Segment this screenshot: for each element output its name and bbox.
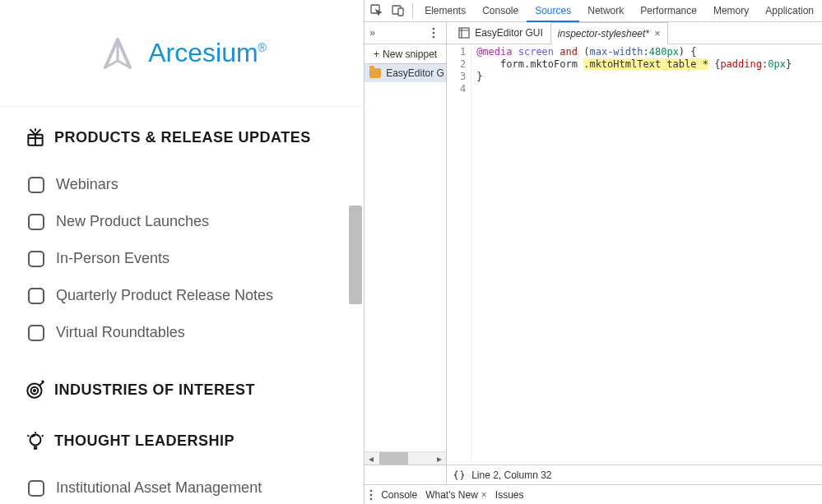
section-header: THOUGHT LEADERSHIP bbox=[25, 430, 339, 451]
editor-status-bar: Line 2, Column 32 bbox=[365, 465, 822, 484]
sources-tabbar: » EasyEditor GUI inspector-stylesheet* × bbox=[365, 22, 822, 44]
file-tab[interactable]: inspector-stylesheet* × bbox=[550, 22, 668, 44]
option-label: Virtual Roundtables bbox=[56, 324, 185, 341]
devtools-drawer: Console What's New × Issues bbox=[365, 484, 822, 504]
status-left-spacer bbox=[365, 465, 447, 484]
tab-application[interactable]: Application bbox=[757, 0, 822, 21]
section-header: PRODUCTS & RELEASE UPDATES bbox=[25, 127, 339, 148]
svg-rect-11 bbox=[459, 28, 469, 38]
code-line[interactable]: @media screen and (max-width:480px) { bbox=[476, 46, 792, 58]
option-label: In-Person Events bbox=[56, 250, 170, 267]
checkbox-icon[interactable] bbox=[28, 480, 44, 497]
svg-point-9 bbox=[433, 32, 435, 35]
sources-main: + New snippet EasyEditor G ◂ ▸ 1 2 3 4 @… bbox=[365, 44, 822, 465]
pretty-print-icon[interactable] bbox=[453, 469, 465, 481]
svg-point-10 bbox=[433, 36, 435, 39]
checkbox-icon[interactable] bbox=[28, 325, 44, 341]
tab-memory[interactable]: Memory bbox=[705, 0, 757, 21]
kebab-menu-icon[interactable] bbox=[369, 489, 373, 501]
tab-network[interactable]: Network bbox=[579, 0, 632, 21]
tab-performance[interactable]: Performance bbox=[632, 0, 705, 21]
drawer-tab-console[interactable]: Console bbox=[381, 489, 417, 501]
svg-point-14 bbox=[370, 497, 373, 500]
page-source-icon bbox=[458, 27, 470, 39]
code-line[interactable]: } bbox=[476, 71, 792, 83]
file-tab[interactable]: EasyEditor GUI bbox=[452, 22, 550, 44]
tab-elements[interactable]: Elements bbox=[416, 0, 474, 21]
new-snippet-button[interactable]: + New snippet bbox=[365, 44, 446, 64]
section-title: PRODUCTS & RELEASE UPDATES bbox=[53, 129, 313, 146]
new-snippet-label: New snippet bbox=[383, 49, 437, 60]
checkbox-option[interactable]: In-Person Events bbox=[25, 240, 339, 277]
line-gutter: 1 2 3 4 bbox=[447, 44, 471, 465]
separator bbox=[412, 3, 413, 18]
svg-point-13 bbox=[370, 493, 373, 496]
device-toggle-icon[interactable] bbox=[388, 0, 409, 21]
option-label: Institutional Asset Management bbox=[56, 479, 262, 497]
folder-icon bbox=[369, 68, 381, 78]
lightbulb-icon bbox=[25, 430, 46, 451]
open-files-tabs: EasyEditor GUI inspector-stylesheet* × bbox=[447, 22, 822, 44]
close-icon[interactable]: × bbox=[654, 27, 661, 39]
file-tree-item[interactable]: EasyEditor G bbox=[365, 64, 446, 82]
line-number: 4 bbox=[447, 83, 466, 95]
checkbox-icon[interactable] bbox=[28, 214, 44, 230]
gift-icon bbox=[25, 127, 46, 148]
file-tab-label: inspector-stylesheet* bbox=[558, 28, 649, 39]
form-body: PRODUCTS & RELEASE UPDATES Webinars New … bbox=[0, 107, 364, 504]
file-tab-label: EasyEditor GUI bbox=[475, 27, 543, 39]
checkbox-icon[interactable] bbox=[28, 288, 44, 304]
target-icon bbox=[25, 379, 46, 400]
page-panel: Arcesium® PRODUCTS & RELEASE UPDATES Web… bbox=[0, 0, 364, 504]
checkbox-icon[interactable] bbox=[28, 177, 44, 193]
brand-name: Arcesium® bbox=[148, 38, 267, 68]
section-title: INDUSTRIES OF INTEREST bbox=[53, 381, 257, 399]
checkbox-option[interactable]: New Product Launches bbox=[25, 203, 339, 240]
tab-sources[interactable]: Sources bbox=[527, 0, 579, 22]
scrollbar-thumb[interactable] bbox=[379, 452, 408, 465]
code-line[interactable]: form.mktoForm .mktoHtmlText table * {pad… bbox=[476, 58, 792, 71]
drawer-tab-whatsnew[interactable]: What's New × bbox=[425, 489, 487, 501]
section-title: THOUGHT LEADERSHIP bbox=[53, 432, 236, 450]
option-label: Quarterly Product Release Notes bbox=[56, 287, 273, 304]
svg-rect-7 bbox=[398, 8, 403, 16]
option-label: Webinars bbox=[56, 176, 118, 193]
checkbox-icon[interactable] bbox=[28, 251, 44, 267]
line-number: 3 bbox=[447, 71, 466, 83]
arcesium-logo-icon bbox=[97, 33, 138, 74]
horizontal-scrollbar[interactable]: ◂ ▸ bbox=[365, 451, 446, 465]
option-list: Institutional Asset Management bbox=[25, 469, 339, 504]
option-label: New Product Launches bbox=[56, 213, 209, 230]
line-number: 1 bbox=[447, 46, 466, 58]
line-number: 2 bbox=[447, 58, 466, 71]
svg-point-3 bbox=[34, 390, 35, 391]
svg-point-8 bbox=[433, 28, 435, 30]
more-tabs-icon[interactable]: » bbox=[366, 22, 378, 44]
cursor-position: Line 2, Column 32 bbox=[471, 469, 551, 481]
tab-console[interactable]: Console bbox=[474, 0, 527, 21]
snippets-navigator: + New snippet EasyEditor G ◂ ▸ bbox=[365, 44, 447, 465]
vertical-scrollbar-thumb[interactable] bbox=[349, 206, 362, 304]
svg-point-12 bbox=[370, 489, 373, 492]
scroll-left-icon[interactable]: ◂ bbox=[365, 452, 378, 465]
plus-icon: + bbox=[374, 49, 379, 60]
drawer-tab-issues[interactable]: Issues bbox=[495, 489, 524, 501]
devtools-toolbar: Elements Console Sources Network Perform… bbox=[365, 0, 822, 22]
checkbox-option[interactable]: Quarterly Product Release Notes bbox=[25, 277, 339, 314]
code-content[interactable]: @media screen and (max-width:480px) { fo… bbox=[471, 44, 796, 465]
brand-header: Arcesium® bbox=[0, 0, 364, 107]
navigator-header: » bbox=[365, 22, 447, 44]
option-list: Webinars New Product Launches In-Person … bbox=[25, 166, 339, 351]
code-line[interactable] bbox=[476, 83, 792, 95]
inspect-element-icon[interactable] bbox=[366, 0, 388, 21]
close-icon[interactable]: × bbox=[481, 489, 487, 501]
kebab-menu-icon[interactable] bbox=[423, 22, 444, 44]
section-header: INDUSTRIES OF INTEREST bbox=[25, 379, 339, 400]
checkbox-option[interactable]: Institutional Asset Management bbox=[25, 469, 339, 504]
checkbox-option[interactable]: Webinars bbox=[25, 166, 339, 203]
code-editor[interactable]: 1 2 3 4 @media screen and (max-width:480… bbox=[447, 44, 822, 465]
checkbox-option[interactable]: Virtual Roundtables bbox=[25, 314, 339, 351]
file-tree-label: EasyEditor G bbox=[386, 67, 444, 79]
scroll-right-icon[interactable]: ▸ bbox=[433, 452, 446, 465]
devtools-panel: Elements Console Sources Network Perform… bbox=[364, 0, 822, 504]
